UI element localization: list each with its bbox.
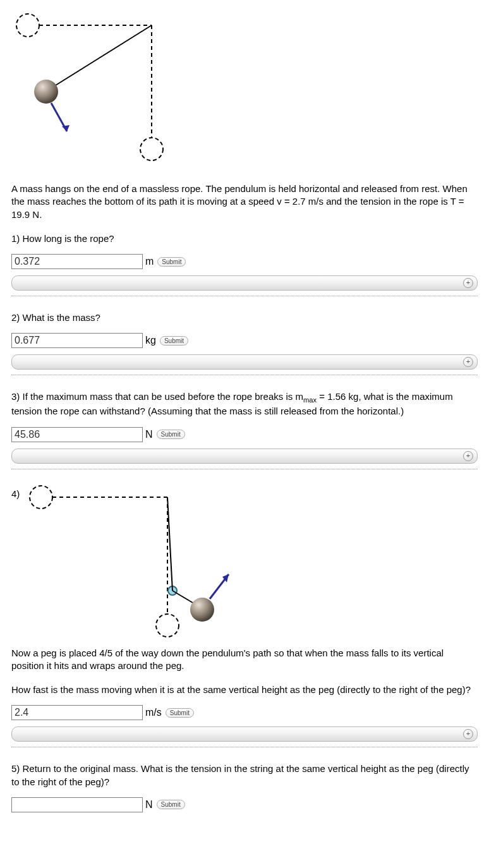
q1-feedback-bar: +: [11, 275, 478, 291]
svg-line-4: [51, 25, 152, 88]
svg-point-5: [34, 80, 58, 104]
svg-point-8: [30, 486, 52, 509]
q1-unit: m: [145, 256, 154, 267]
expand-icon[interactable]: +: [463, 729, 473, 739]
q3-submit-button[interactable]: Submit: [157, 430, 185, 439]
q4-intro: Now a peg is placed 4/5 of the way down …: [11, 647, 478, 673]
problem-intro: A mass hangs on the end of a massless ro…: [11, 183, 478, 221]
q2-unit: kg: [145, 335, 156, 346]
q2-submit-button[interactable]: Submit: [160, 336, 188, 346]
q1-input[interactable]: [11, 254, 143, 269]
separator: [11, 747, 478, 747]
q5-input[interactable]: [11, 797, 143, 812]
q2-feedback-bar: +: [11, 354, 478, 370]
q5-unit: N: [145, 799, 153, 811]
q1-submit-button[interactable]: Submit: [157, 257, 186, 267]
q2-label: 2) What is the mass?: [11, 311, 478, 324]
svg-point-11: [156, 614, 179, 637]
q4-feedback-bar: +: [11, 726, 478, 742]
pendulum-figure-1: [11, 11, 188, 169]
q1-label: 1) How long is the rope?: [11, 232, 478, 245]
q5-submit-button[interactable]: Submit: [157, 800, 185, 809]
expand-icon[interactable]: +: [463, 357, 473, 367]
pendulum-figure-2: [22, 485, 237, 639]
q4-label: How fast is the mass moving when it is a…: [11, 684, 478, 696]
q4-unit: m/s: [145, 707, 162, 718]
svg-point-0: [16, 14, 39, 37]
separator: [11, 296, 478, 296]
expand-icon[interactable]: +: [463, 451, 473, 461]
q3-unit: N: [145, 429, 153, 440]
q4-number: 4): [11, 485, 20, 499]
separator: [11, 469, 478, 469]
q3-input[interactable]: [11, 427, 143, 442]
q4-submit-button[interactable]: Submit: [166, 708, 194, 718]
separator: [11, 375, 478, 375]
q5-label: 5) Return to the original mass. What is …: [11, 763, 478, 788]
svg-point-15: [190, 598, 214, 622]
q3-label: 3) If the maximum mass that can be used …: [11, 390, 478, 418]
expand-icon[interactable]: +: [463, 278, 473, 288]
svg-point-3: [140, 138, 163, 160]
q4-input[interactable]: [11, 705, 143, 720]
svg-line-13: [167, 497, 172, 591]
q2-input[interactable]: [11, 333, 143, 348]
q3-feedback-bar: +: [11, 449, 478, 464]
